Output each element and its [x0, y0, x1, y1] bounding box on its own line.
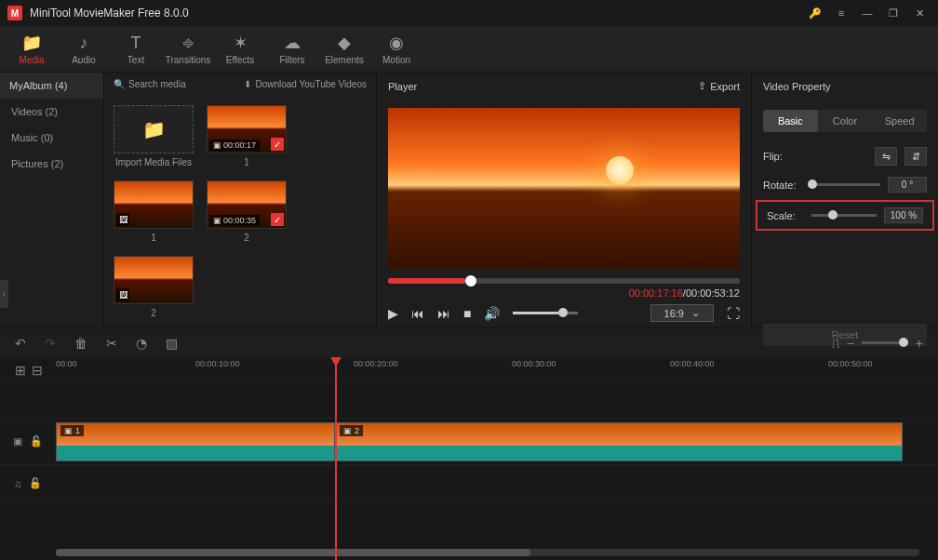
volume-slider[interactable] — [513, 312, 578, 314]
import-media-button[interactable]: 📁 Import Media Files — [114, 105, 194, 167]
search-icon: 🔍 — [114, 79, 125, 89]
video-icon: ▣ — [213, 216, 221, 225]
filters-icon: ☁ — [284, 33, 301, 53]
timeline-scrollbar[interactable] — [56, 549, 919, 556]
tool-text[interactable]: TText — [112, 30, 160, 68]
clip-icon: ▣ — [343, 426, 352, 435]
folder-icon: 📁 — [21, 33, 42, 53]
rotate-slider[interactable] — [808, 183, 880, 186]
undo-button[interactable]: ↶ — [15, 336, 26, 351]
chevron-down-icon: ⌄ — [691, 307, 700, 319]
timeline-clip[interactable]: ▣1 — [56, 422, 335, 461]
tool-elements[interactable]: ◆Elements — [320, 30, 368, 68]
sidebar-header[interactable]: MyAlbum (4) — [0, 73, 103, 99]
export-icon: ⇪ — [698, 80, 706, 92]
playhead[interactable] — [335, 357, 337, 560]
image-icon: 🖼 — [116, 213, 129, 226]
key-icon[interactable]: 🔑 — [804, 2, 826, 24]
flip-horizontal-button[interactable]: ⇋ — [875, 147, 897, 166]
tool-motion[interactable]: ◉Motion — [372, 30, 421, 68]
tool-effects[interactable]: ✶Effects — [216, 30, 264, 68]
scale-value[interactable]: 100 % — [884, 207, 923, 223]
elements-icon: ◆ — [338, 33, 351, 53]
tool-filters[interactable]: ☁Filters — [268, 30, 316, 68]
transitions-icon: ⎆ — [183, 33, 194, 53]
folder-icon: 📁 — [142, 118, 166, 140]
volume-icon[interactable]: 🔊 — [484, 306, 500, 321]
maximize-button[interactable]: ❐ — [882, 2, 904, 24]
seek-slider[interactable] — [388, 278, 740, 284]
sidebar-item-pictures[interactable]: Pictures (2) — [0, 151, 103, 177]
lock-icon[interactable]: 🔓 — [30, 435, 43, 447]
stop-button[interactable]: ■ — [463, 306, 471, 321]
fullscreen-button[interactable]: ⛶ — [727, 306, 740, 321]
rotate-value[interactable]: 0 ° — [888, 177, 927, 193]
app-logo: M — [7, 6, 22, 20]
prev-button[interactable]: ⏮ — [411, 306, 424, 321]
preview-viewport[interactable] — [388, 108, 740, 269]
menu-icon[interactable]: ≡ — [830, 2, 852, 24]
zoom-slider[interactable] — [862, 341, 908, 344]
rotate-label: Rotate: — [763, 180, 800, 191]
search-input[interactable]: 🔍Search media — [114, 79, 238, 89]
video-icon: ▣ — [213, 140, 221, 150]
player-panel: Player ⇪Export › 00:00:17:16 / 00:00:53:… — [376, 73, 752, 327]
zoom-fit-button[interactable]: ⎍ — [832, 336, 839, 351]
properties-panel: Video Property Basic Color Speed Flip: ⇋… — [752, 73, 938, 327]
player-title: Player — [388, 81, 417, 92]
minimize-button[interactable]: — — [856, 2, 878, 24]
snap-button[interactable]: ⊞ — [15, 363, 26, 378]
tab-color[interactable]: Color — [818, 110, 873, 132]
timeline-clip[interactable]: ▣2 — [335, 422, 903, 461]
collapse-handle[interactable]: › — [0, 280, 8, 308]
export-button[interactable]: ⇪Export — [698, 80, 740, 92]
current-time: 00:00:17:16 — [629, 287, 683, 299]
tool-media[interactable]: 📁Media — [7, 30, 56, 68]
text-icon: T — [131, 33, 141, 53]
scale-label: Scale: — [767, 210, 804, 221]
redo-button[interactable]: ↷ — [45, 336, 56, 351]
zoom-out-button[interactable]: − — [847, 336, 854, 351]
delete-button[interactable]: 🗑 — [74, 336, 87, 351]
tool-audio[interactable]: ♪Audio — [60, 30, 108, 68]
scale-slider[interactable] — [811, 214, 877, 217]
magnet-button[interactable]: ⊟ — [32, 363, 43, 378]
media-item[interactable]: ▣00:00:17✓ 1 — [207, 105, 287, 167]
tab-basic[interactable]: Basic — [763, 110, 818, 132]
sidebar-item-videos[interactable]: Videos (2) — [0, 99, 103, 125]
video-track[interactable]: ▣1 ▣2 — [56, 419, 938, 464]
image-icon: 🖼 — [116, 288, 129, 301]
music-icon: ♪ — [80, 33, 88, 53]
tab-speed[interactable]: Speed — [872, 110, 927, 132]
close-button[interactable]: ✕ — [908, 2, 931, 24]
sidebar: MyAlbum (4) Videos (2) Music (0) Picture… — [0, 73, 104, 327]
speed-button[interactable]: ◔ — [136, 336, 147, 351]
total-time: 00:00:53:12 — [686, 287, 740, 299]
video-track-icon: ▣ — [13, 435, 22, 447]
properties-title: Video Property — [752, 73, 938, 100]
check-icon: ✓ — [271, 138, 284, 151]
media-panel: 🔍Search media ⬇Download YouTube Videos 📁… — [104, 73, 376, 327]
media-item[interactable]: 🖼 2 — [114, 256, 194, 318]
download-youtube-button[interactable]: ⬇Download YouTube Videos — [244, 79, 367, 89]
audio-track[interactable] — [56, 465, 938, 501]
split-button[interactable]: ✂ — [106, 336, 117, 351]
clip-icon: ▣ — [64, 426, 73, 435]
sidebar-item-music[interactable]: Music (0) — [0, 125, 103, 151]
media-item[interactable]: 🖼 1 — [114, 180, 194, 243]
tool-transitions[interactable]: ⎆Transitions — [164, 30, 212, 68]
crop-button[interactable]: ▧ — [166, 336, 178, 351]
next-button[interactable]: ⏭ — [437, 306, 450, 321]
audio-track-icon: ♫ — [14, 478, 21, 489]
timeline-ruler[interactable]: ⊞⊟ 00:00 00:00:10:00 00:00:20:00 00:00:3… — [0, 357, 938, 381]
aspect-select[interactable]: 16:9⌄ — [650, 304, 714, 322]
play-button[interactable]: ▶ — [388, 306, 398, 321]
media-item[interactable]: ▣00:00:35✓ 2 — [207, 180, 287, 243]
zoom-in-button[interactable]: + — [916, 336, 923, 351]
download-icon: ⬇ — [244, 79, 251, 89]
lock-icon[interactable]: 🔓 — [29, 477, 42, 489]
flip-vertical-button[interactable]: ⇵ — [904, 147, 927, 166]
timeline: ⊞⊟ 00:00 00:00:10:00 00:00:20:00 00:00:3… — [0, 357, 938, 560]
motion-icon: ◉ — [389, 33, 404, 53]
effects-icon: ✶ — [234, 33, 248, 53]
